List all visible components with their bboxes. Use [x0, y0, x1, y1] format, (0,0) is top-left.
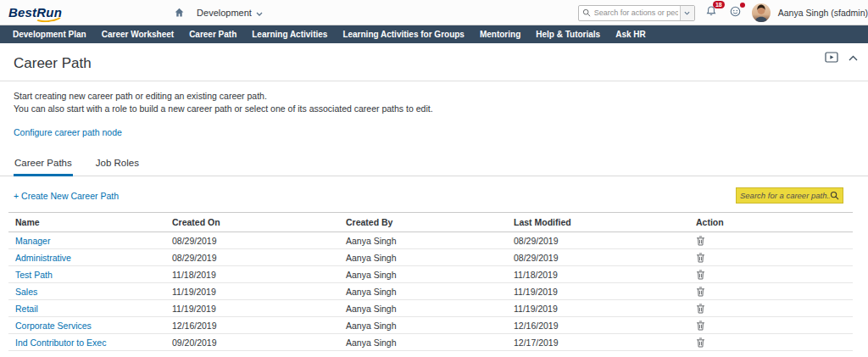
created-by-cell: Aanya Singh — [339, 266, 507, 283]
delete-button[interactable] — [696, 287, 705, 297]
created-by-cell: Aanya Singh — [339, 334, 507, 351]
module-nav: Development Plan Career Worksheet Career… — [0, 25, 868, 43]
search-icon — [579, 5, 593, 20]
create-new-career-path-link[interactable]: + Create New Career Path — [14, 191, 119, 201]
last-modified-cell: 11/19/2019 — [507, 300, 689, 317]
chevron-down-icon — [256, 8, 263, 18]
career-path-search-input[interactable] — [740, 191, 830, 200]
nav-item-learning-activities-groups[interactable]: Learning Activities for Groups — [335, 25, 472, 43]
global-search — [578, 5, 695, 21]
last-modified-cell: 08/29/2019 — [507, 249, 689, 266]
tab-career-paths[interactable]: Career Paths — [14, 154, 73, 176]
created-by-cell: Aanya Singh — [339, 317, 507, 334]
smiley-icon — [729, 5, 742, 21]
page-title: Career Path — [14, 55, 854, 72]
user-name[interactable]: Aanya Singh (sfadmin) — [778, 8, 868, 18]
career-path-link[interactable]: Manager — [15, 236, 50, 246]
logo-best: Best — [8, 5, 36, 20]
support-button[interactable] — [727, 4, 744, 21]
delete-button[interactable] — [696, 337, 705, 348]
description-line-2: You can also start with a role to build … — [14, 103, 854, 115]
notifications-badge: 18 — [713, 1, 725, 8]
created-by-cell: Aanya Singh — [339, 232, 507, 249]
career-path-link[interactable]: Retail — [15, 304, 38, 314]
table-row: Ind Contributor to Exec 09/20/2019 Aanya… — [8, 334, 853, 351]
home-icon[interactable] — [174, 7, 185, 18]
nav-item-help-tutorials[interactable]: Help & Tutorials — [528, 25, 608, 43]
table-header-row: Name Created On Created By Last Modified… — [8, 213, 853, 232]
global-search-input[interactable] — [593, 8, 680, 17]
table-row: Administrative 08/29/2019 Aanya Singh 08… — [8, 249, 853, 266]
table-row: Manager 08/29/2019 Aanya Singh 08/29/201… — [8, 232, 853, 249]
top-bar: BestRun Development 18 — [0, 0, 868, 25]
table-row: Test Path 11/18/2019 Aanya Singh 11/18/2… — [8, 266, 853, 283]
career-path-link[interactable]: Test Path — [15, 270, 53, 280]
nav-item-mentoring[interactable]: Mentoring — [472, 25, 528, 43]
career-paths-table: Name Created On Created By Last Modified… — [8, 212, 853, 351]
created-by-cell: Aanya Singh — [339, 300, 507, 317]
delete-button[interactable] — [696, 253, 705, 263]
career-path-link[interactable]: Ind Contributor to Exec — [15, 337, 106, 348]
tab-bar: Career Paths Job Roles — [0, 154, 868, 176]
module-selector[interactable]: Development — [197, 8, 263, 18]
created-by-cell: Aanya Singh — [339, 283, 507, 300]
career-path-link[interactable]: Corporate Services — [15, 321, 92, 331]
tab-job-roles[interactable]: Job Roles — [95, 154, 140, 176]
created-on-cell: 08/29/2019 — [165, 249, 339, 266]
delete-button[interactable] — [696, 304, 705, 314]
last-modified-cell: 11/18/2019 — [507, 266, 689, 283]
table-row: Retail 11/19/2019 Aanya Singh 11/19/2019 — [8, 300, 853, 317]
present-icon[interactable] — [825, 52, 838, 64]
support-badge — [740, 3, 745, 8]
delete-button[interactable] — [696, 270, 705, 280]
created-on-cell: 08/29/2019 — [165, 232, 339, 249]
page-header-actions — [825, 52, 858, 64]
delete-button[interactable] — [696, 236, 705, 246]
created-on-cell: 09/20/2019 — [165, 334, 339, 351]
career-path-link[interactable]: Administrative — [15, 253, 71, 263]
module-label: Development — [197, 8, 252, 18]
last-modified-cell: 12/16/2019 — [507, 317, 689, 334]
table-row: Corporate Services 12/16/2019 Aanya Sing… — [8, 317, 853, 334]
column-header-action: Action — [689, 213, 853, 232]
bestrun-logo: BestRun — [8, 5, 74, 20]
nav-item-ask-hr[interactable]: Ask HR — [608, 25, 654, 43]
column-header-last-modified: Last Modified — [507, 213, 689, 232]
search-icon[interactable] — [830, 191, 839, 200]
configure-career-path-node-link[interactable]: Configure career path node — [14, 127, 122, 137]
career-path-link[interactable]: Sales — [15, 287, 37, 297]
nav-item-development-plan[interactable]: Development Plan — [5, 25, 94, 43]
top-bar-right: 18 Aanya Singh (sfadmin) — [578, 0, 868, 25]
column-header-name: Name — [8, 213, 165, 232]
avatar[interactable] — [752, 3, 771, 22]
logo-run: Run — [36, 5, 62, 20]
last-modified-cell: 12/17/2019 — [507, 334, 689, 351]
created-on-cell: 11/19/2019 — [165, 283, 339, 300]
nav-item-career-worksheet[interactable]: Career Worksheet — [94, 25, 181, 43]
career-path-search — [736, 187, 843, 204]
column-header-created-by: Created By — [339, 213, 507, 232]
column-header-created-on: Created On — [165, 213, 339, 232]
description-line-1: Start creating new career path or editin… — [14, 90, 854, 103]
created-on-cell: 11/19/2019 — [165, 300, 339, 317]
list-toolbar: + Create New Career Path — [0, 176, 868, 211]
created-by-cell: Aanya Singh — [339, 249, 507, 266]
delete-button[interactable] — [696, 321, 705, 331]
search-scope-dropdown[interactable] — [680, 6, 694, 20]
notifications-button[interactable]: 18 — [703, 4, 720, 21]
last-modified-cell: 11/19/2019 — [507, 283, 689, 300]
last-modified-cell: 08/29/2019 — [507, 232, 689, 249]
created-on-cell: 12/16/2019 — [165, 317, 339, 334]
nav-item-career-path[interactable]: Career Path — [181, 25, 244, 43]
table-row: Sales 11/19/2019 Aanya Singh 11/19/2019 — [8, 283, 853, 300]
collapse-icon[interactable] — [849, 55, 858, 61]
page-header: Career Path — [0, 43, 868, 81]
page-description: Start creating new career path or editin… — [0, 81, 868, 115]
created-on-cell: 11/18/2019 — [165, 266, 339, 283]
nav-item-learning-activities[interactable]: Learning Activities — [244, 25, 335, 43]
